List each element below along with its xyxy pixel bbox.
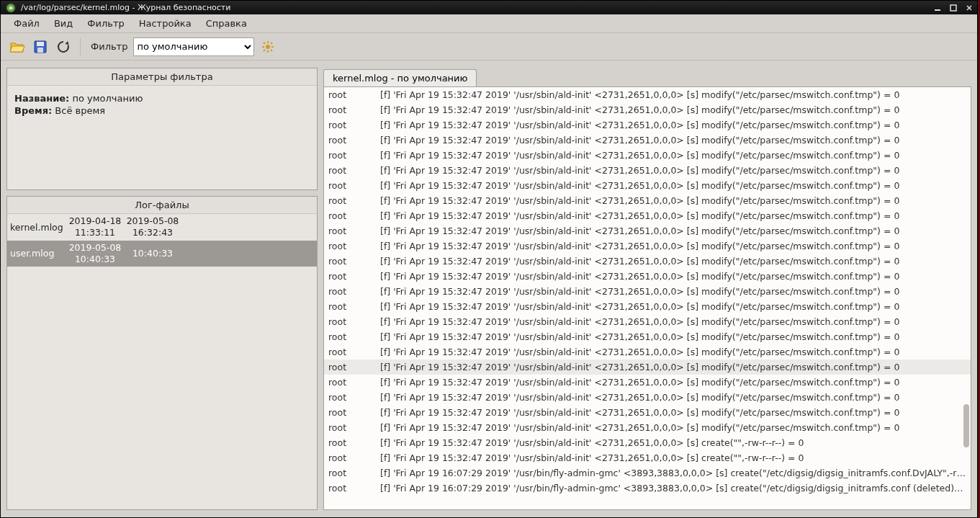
svg-rect-4 xyxy=(37,42,44,46)
log-message: [f] 'Fri Apr 19 15:32:47 2019' '/usr/sbi… xyxy=(380,255,966,267)
scrollbar-thumb[interactable] xyxy=(963,404,969,447)
toolbar-separator xyxy=(80,38,81,55)
log-row[interactable]: root[f] 'Fri Apr 19 16:07:29 2019' '/usr… xyxy=(324,481,971,496)
log-message: [f] 'Fri Apr 19 15:32:47 2019' '/usr/sbi… xyxy=(380,376,966,388)
log-row[interactable]: root[f] 'Fri Apr 19 15:32:47 2019' '/usr… xyxy=(324,435,971,450)
log-user: root xyxy=(328,376,380,388)
menu-help[interactable]: Справка xyxy=(199,16,254,31)
log-row[interactable]: root[f] 'Fri Apr 19 15:32:47 2019' '/usr… xyxy=(324,375,971,390)
file-date-start: 2019-04-1811:33:11 xyxy=(66,215,124,239)
log-row[interactable]: root[f] 'Fri Apr 19 15:32:47 2019' '/usr… xyxy=(324,390,971,405)
log-user: root xyxy=(328,437,380,449)
log-message: [f] 'Fri Apr 19 15:32:47 2019' '/usr/sbi… xyxy=(380,179,966,192)
log-message: [f] 'Fri Apr 19 15:32:47 2019' '/usr/sbi… xyxy=(380,300,966,313)
log-files-title: Лог-файлы xyxy=(7,197,317,214)
log-row[interactable]: root[f] 'Fri Apr 19 15:32:47 2019' '/usr… xyxy=(324,269,971,284)
log-message: [f] 'Fri Apr 19 15:32:47 2019' '/usr/sbi… xyxy=(380,316,966,328)
log-row[interactable]: root[f] 'Fri Apr 19 15:32:47 2019' '/usr… xyxy=(324,360,971,375)
log-user: root xyxy=(328,119,380,131)
log-user: root xyxy=(328,195,380,207)
log-message: [f] 'Fri Apr 19 15:32:47 2019' '/usr/sbi… xyxy=(380,406,966,419)
filter-time-label: Время: xyxy=(14,105,52,116)
log-row[interactable]: root[f] 'Fri Apr 19 15:32:47 2019' '/usr… xyxy=(324,117,971,133)
log-scroll[interactable]: root[f] 'Fri Apr 19 15:32:47 2019' '/usr… xyxy=(324,87,971,509)
log-row[interactable]: root[f] 'Fri Apr 19 15:32:47 2019' '/usr… xyxy=(324,344,971,360)
log-row[interactable]: root[f] 'Fri Apr 19 15:32:47 2019' '/usr… xyxy=(324,208,971,223)
log-row[interactable]: root[f] 'Fri Apr 19 15:32:47 2019' '/usr… xyxy=(324,329,971,344)
log-tab[interactable]: kernel.mlog - по умолчанию xyxy=(323,69,477,86)
log-message: [f] 'Fri Apr 19 15:32:47 2019' '/usr/sbi… xyxy=(380,391,966,403)
menu-settings[interactable]: Настройка xyxy=(132,16,199,31)
log-row[interactable]: root[f] 'Fri Apr 19 15:32:47 2019' '/usr… xyxy=(324,254,971,269)
file-date-end: 2019-05-0816:32:43 xyxy=(124,215,181,239)
log-row[interactable]: root[f] 'Fri Apr 19 15:32:47 2019' '/usr… xyxy=(324,163,971,178)
filter-params-panel: Параметры фильтра Название: по умолчанию… xyxy=(6,68,318,190)
log-row[interactable]: root[f] 'Fri Apr 19 15:32:47 2019' '/usr… xyxy=(324,314,971,329)
log-row[interactable]: root[f] 'Fri Apr 19 15:32:47 2019' '/usr… xyxy=(324,87,971,102)
filter-label: Фильтр xyxy=(91,41,127,52)
log-row[interactable]: root[f] 'Fri Apr 19 15:32:47 2019' '/usr… xyxy=(324,148,971,163)
refresh-button[interactable] xyxy=(54,37,73,56)
log-message: [f] 'Fri Apr 19 15:32:47 2019' '/usr/sbi… xyxy=(380,270,966,282)
log-file-row[interactable]: user.mlog2019-05-0810:40:3310:40:33 xyxy=(7,241,317,267)
toolbar: Фильтр по умолчанию xyxy=(1,33,977,61)
log-message: [f] 'Fri Apr 19 15:32:47 2019' '/usr/sbi… xyxy=(380,195,966,207)
svg-line-14 xyxy=(264,50,265,51)
log-message: [f] 'Fri Apr 19 15:32:47 2019' '/usr/sbi… xyxy=(380,225,966,237)
log-row[interactable]: root[f] 'Fri Apr 19 15:32:47 2019' '/usr… xyxy=(324,299,971,314)
svg-line-11 xyxy=(264,43,265,44)
log-file-row[interactable]: kernel.mlog2019-04-1811:33:112019-05-081… xyxy=(7,214,317,241)
log-row[interactable]: root[f] 'Fri Apr 19 15:32:47 2019' '/usr… xyxy=(324,102,971,117)
minimize-button[interactable] xyxy=(930,1,945,14)
log-row[interactable]: root[f] 'Fri Apr 19 15:32:47 2019' '/usr… xyxy=(324,420,971,435)
svg-rect-1 xyxy=(935,9,940,11)
log-user: root xyxy=(328,225,380,237)
log-message: [f] 'Fri Apr 19 15:32:47 2019' '/usr/sbi… xyxy=(380,285,966,298)
maximize-button[interactable] xyxy=(945,1,961,14)
log-user: root xyxy=(328,482,380,494)
log-message: [f] 'Fri Apr 19 15:32:47 2019' '/usr/sbi… xyxy=(380,134,966,146)
log-row[interactable]: root[f] 'Fri Apr 19 15:32:47 2019' '/usr… xyxy=(324,178,971,193)
log-row[interactable]: root[f] 'Fri Apr 19 15:32:47 2019' '/usr… xyxy=(324,133,971,148)
file-date-end: 10:40:33 xyxy=(124,248,181,259)
menu-view[interactable]: Вид xyxy=(47,16,80,31)
log-user: root xyxy=(328,300,380,313)
titlebar[interactable]: /var/log/parsec/kernel.mlog - Журнал без… xyxy=(1,1,977,14)
log-user: root xyxy=(328,346,380,358)
menubar: Файл Вид Фильтр Настройка Справка xyxy=(1,14,977,33)
svg-line-12 xyxy=(271,50,272,51)
log-row[interactable]: root[f] 'Fri Apr 19 15:32:47 2019' '/usr… xyxy=(324,450,971,465)
log-message: [f] 'Fri Apr 19 15:32:47 2019' '/usr/sbi… xyxy=(380,346,966,358)
log-user: root xyxy=(328,331,380,343)
log-message: [f] 'Fri Apr 19 15:32:47 2019' '/usr/sbi… xyxy=(380,119,966,131)
log-row[interactable]: root[f] 'Fri Apr 19 15:32:47 2019' '/usr… xyxy=(324,405,971,420)
log-user: root xyxy=(328,89,380,101)
log-files-panel: Лог-файлы kernel.mlog2019-04-1811:33:112… xyxy=(6,196,318,510)
log-row[interactable]: root[f] 'Fri Apr 19 15:32:47 2019' '/usr… xyxy=(324,193,971,208)
save-button[interactable] xyxy=(31,37,50,56)
open-button[interactable] xyxy=(8,37,27,56)
log-message: [f] 'Fri Apr 19 15:32:47 2019' '/usr/sbi… xyxy=(380,89,966,101)
log-message: [f] 'Fri Apr 19 15:32:47 2019' '/usr/sbi… xyxy=(380,104,966,116)
log-user: root xyxy=(328,104,380,116)
log-user: root xyxy=(328,391,380,403)
log-user: root xyxy=(328,179,380,192)
log-row[interactable]: root[f] 'Fri Apr 19 16:07:29 2019' '/usr… xyxy=(324,465,971,481)
close-button[interactable] xyxy=(961,1,977,14)
file-date-start: 2019-05-0810:40:33 xyxy=(66,242,124,266)
menu-file[interactable]: Файл xyxy=(6,16,47,31)
log-row[interactable]: root[f] 'Fri Apr 19 15:32:47 2019' '/usr… xyxy=(324,223,971,238)
filter-settings-button[interactable] xyxy=(259,37,277,56)
menu-filter[interactable]: Фильтр xyxy=(80,16,131,31)
log-user: root xyxy=(328,255,380,267)
log-user: root xyxy=(328,240,380,252)
svg-line-13 xyxy=(271,43,272,44)
log-user: root xyxy=(328,452,380,464)
log-row[interactable]: root[f] 'Fri Apr 19 15:32:47 2019' '/usr… xyxy=(324,238,971,254)
filter-params-title: Параметры фильтра xyxy=(7,68,317,86)
filter-name-value: по умолчанию xyxy=(72,93,143,104)
filter-select[interactable]: по умолчанию xyxy=(133,37,254,56)
log-row[interactable]: root[f] 'Fri Apr 19 15:32:47 2019' '/usr… xyxy=(324,284,971,299)
log-user: root xyxy=(328,361,380,373)
log-message: [f] 'Fri Apr 19 16:07:29 2019' '/usr/bin… xyxy=(380,482,966,494)
